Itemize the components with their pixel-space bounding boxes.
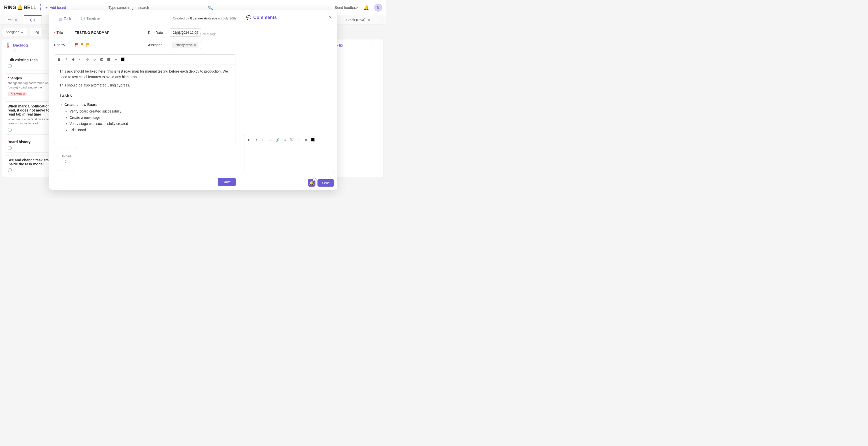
comment-input[interactable] — [244, 145, 334, 173]
board-tab-stock[interactable]: Stock (P&A) ✕ — [340, 15, 377, 25]
tab-label: Cla — [30, 18, 35, 22]
bold-icon[interactable]: B — [56, 56, 62, 63]
upload-icon: ⤴ — [65, 159, 67, 163]
notif-count: 2 — [313, 178, 316, 181]
tab-label: Task — [64, 17, 71, 21]
code-icon[interactable]: ⟨⟩ — [267, 137, 274, 143]
send-row: 🔔 2 Send — [241, 176, 337, 189]
board-tab-cla[interactable]: Cla — [24, 15, 42, 25]
tags-row: Tags Select tags — [176, 30, 234, 38]
created-suffix: on July 26th — [217, 17, 236, 20]
comment-icon: 💬 — [246, 15, 251, 20]
bullet-list-icon[interactable]: ☰ — [105, 56, 112, 63]
assignee-filter[interactable]: Assignee ⌄ — [2, 28, 27, 36]
modal-form: *Title TESTING ROADMAP Due Date 02/08/20… — [49, 23, 241, 54]
code-icon[interactable]: ⟨⟩ — [77, 56, 84, 63]
created-by: Created by Gustavo Andrade on July 26th — [173, 17, 236, 20]
image-icon[interactable]: 🖼 — [98, 56, 105, 63]
clock-icon: 🕐 — [81, 17, 85, 21]
tab-label: Test — [6, 18, 13, 22]
created-prefix: Created by — [173, 17, 190, 20]
flag-icon[interactable] — [86, 43, 90, 47]
search-icon: 🔍 — [208, 5, 213, 10]
modal-tabs: ▦ Task 🕐 Timeline Created by Gustavo And… — [49, 10, 241, 23]
assignee-input[interactable]: Anthony Nevo ✕ — [169, 41, 201, 49]
ordered-list-icon[interactable]: ≡ — [303, 137, 309, 143]
link-icon[interactable]: 🔗 — [84, 56, 91, 63]
bell-icon: 🔔 — [17, 5, 23, 10]
comments-panel: 💬 Comments ✕ B I S ⟨⟩ 🔗 ☺ 🖼 ☰ ≡ — [241, 10, 337, 189]
clock-icon: 🕐 — [8, 64, 12, 68]
list-item: Verify board created successfully — [69, 109, 230, 114]
clock-icon: 🕐 — [8, 168, 12, 172]
more-icon[interactable]: ⋮ — [377, 42, 381, 48]
italic-icon[interactable]: I — [63, 56, 69, 63]
filter-label: Assignee — [6, 30, 19, 34]
logo-text-bell: BELL — [24, 5, 36, 10]
assignee-chip: Anthony Nevo ✕ — [172, 42, 198, 48]
send-button[interactable]: Send — [317, 179, 334, 187]
flag-icon[interactable] — [81, 43, 85, 47]
color-picker[interactable] — [310, 137, 316, 143]
assignee-row: Assignee Anthony Nevo ✕ — [148, 41, 236, 49]
flag-icon[interactable] — [75, 43, 79, 47]
strikethrough-icon[interactable]: S — [260, 137, 267, 143]
close-icon[interactable]: ✕ — [15, 18, 18, 22]
priority-label: Priority — [54, 43, 72, 47]
priority-flags[interactable] — [75, 43, 90, 47]
clock-icon: 🕐 — [8, 146, 12, 150]
add-card-icon[interactable]: ＋ — [371, 42, 375, 48]
title-label: *Title — [54, 31, 72, 35]
bullet-list-icon[interactable]: ☰ — [296, 137, 302, 143]
board-tab-test[interactable]: Test ✕ — [0, 15, 24, 25]
close-icon[interactable]: ✕ — [328, 15, 332, 20]
plus-icon: ＋ — [45, 5, 48, 10]
color-picker[interactable] — [120, 56, 126, 63]
paragraph: This should be also altomated using cypr… — [59, 82, 230, 88]
column-title: Backlog — [13, 43, 28, 47]
tasks-heading: Tasks — [59, 92, 230, 99]
notify-button[interactable]: 🔔 2 — [308, 179, 315, 187]
title-value[interactable]: TESTING ROADMAP — [75, 31, 110, 35]
priority-row: Priority — [54, 41, 142, 49]
bold-icon[interactable]: B — [246, 137, 252, 143]
task-top: Create a new Board — [64, 102, 98, 107]
emoji-icon[interactable]: ☺ — [281, 137, 288, 143]
emoji-icon[interactable]: ☺ — [91, 56, 98, 63]
filter-label: Tag — [34, 30, 39, 34]
label-text: Title — [56, 31, 63, 35]
tab-task[interactable]: ▦ Task — [54, 14, 76, 23]
editor-content[interactable]: This ask should be fixed here, this is t… — [54, 64, 236, 143]
ordered-list-icon[interactable]: ≡ — [113, 56, 119, 63]
created-author: Gustavo Andrade — [190, 17, 217, 20]
modal-overlay: ▦ Task 🕐 Timeline Created by Gustavo And… — [0, 0, 386, 198]
assignee-label: Assignee — [148, 43, 166, 47]
tags-input[interactable]: Select tags — [196, 30, 234, 38]
list-item: Edit Board — [69, 127, 230, 133]
strikethrough-icon[interactable]: S — [70, 56, 76, 63]
upload-button[interactable]: Upload ⤴ — [54, 147, 78, 171]
image-icon[interactable]: 🖼 — [288, 137, 295, 143]
description-editor: B I S ⟨⟩ 🔗 ☺ 🖼 ☰ ≡ This ask should be fi… — [54, 54, 236, 143]
chevron-down-icon[interactable]: ⌄ — [377, 15, 386, 25]
task-modal: ▦ Task 🕐 Timeline Created by Gustavo And… — [49, 10, 337, 189]
comments-title: Comments — [253, 15, 277, 20]
save-button[interactable]: Save — [218, 178, 236, 186]
comment-toolbar: B I S ⟨⟩ 🔗 ☺ 🖼 ☰ ≡ — [244, 135, 334, 145]
user-avatar[interactable]: N — [374, 3, 382, 11]
comments-list — [241, 25, 337, 132]
link-icon[interactable]: 🔗 — [274, 137, 281, 143]
editor-toolbar: B I S ⟨⟩ 🔗 ☺ 🖼 ☰ ≡ — [54, 55, 236, 64]
send-feedback-link[interactable]: Send feedback — [335, 5, 359, 9]
list-item: Create a new stage — [69, 115, 230, 120]
notifications-icon[interactable]: 🔔 — [364, 5, 369, 10]
close-icon[interactable]: ✕ — [368, 18, 371, 22]
tag-filter[interactable]: Tag — [30, 28, 43, 36]
upload-label: Upload — [60, 154, 71, 158]
italic-icon[interactable]: I — [253, 137, 259, 143]
comment-editor: B I S ⟨⟩ 🔗 ☺ 🖼 ☰ ≡ — [244, 135, 334, 173]
save-row: Save — [49, 175, 241, 189]
overdue-label: Overdue — [14, 92, 25, 95]
tab-timeline[interactable]: 🕐 Timeline — [76, 13, 104, 23]
remove-icon[interactable]: ✕ — [194, 43, 196, 47]
